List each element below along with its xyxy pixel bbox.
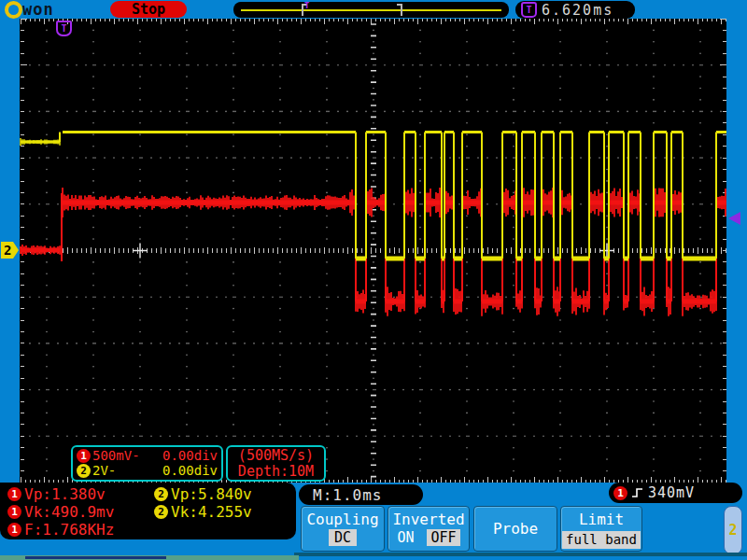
- window-bracket-left: [302, 4, 303, 16]
- ch1-badge: 1: [77, 449, 91, 463]
- limit-label: Limit: [579, 511, 624, 528]
- channel-settings-box: 1 500mV- 0.00div 2 2V- 0.00div: [71, 445, 223, 482]
- horizontal-position-indicator: T: [233, 2, 509, 18]
- bottom-edge-bar: [25, 556, 166, 559]
- ch1-settings-row: 1 500mV- 0.00div: [77, 448, 218, 463]
- ch2-badge: 2: [154, 505, 168, 519]
- probe-label: Probe: [493, 520, 538, 538]
- waveform-display: T 2: [20, 19, 726, 483]
- ch2-offset: 0.00div: [162, 463, 218, 478]
- inverted-off-option[interactable]: OFF: [427, 529, 459, 546]
- inverted-label: Inverted: [392, 511, 464, 528]
- trigger-level-arrow-icon[interactable]: [728, 212, 740, 225]
- ch1-badge: 1: [7, 487, 21, 501]
- menu-divider: [294, 553, 747, 556]
- coupling-label: Coupling: [306, 511, 378, 528]
- inverted-menu-button[interactable]: Inverted ON OFF: [388, 506, 470, 552]
- oscilloscope-screen: won Stop T T 6.620ms T 2 1 500mV- 0.00di…: [0, 0, 747, 560]
- active-channel-label: 2: [728, 522, 737, 539]
- trigger-t-icon: T: [521, 2, 537, 18]
- ch1-vp-measurement: Vp:1.380v: [24, 485, 106, 503]
- memory-depth: Depth:10M: [228, 464, 324, 480]
- probe-menu-button[interactable]: Probe: [473, 506, 557, 552]
- window-bracket-right: [401, 4, 402, 16]
- limit-value[interactable]: full band: [562, 531, 641, 549]
- timebase-readout: M:1.0ms: [299, 484, 423, 505]
- ch2-vp-measurement: Vp:5.840v: [171, 485, 252, 503]
- graticule-and-traces: [20, 19, 726, 483]
- ch2-settings-row: 2 2V- 0.00div: [77, 463, 218, 478]
- ch1-freq-measurement: F:1.768KHz: [24, 521, 114, 539]
- coupling-value[interactable]: DC: [329, 529, 357, 546]
- ch1-badge: 1: [613, 486, 627, 500]
- trigger-time-value: 6.620ms: [542, 2, 613, 19]
- trigger-marker-icon[interactable]: T: [56, 21, 72, 36]
- active-channel-button[interactable]: 2: [724, 506, 742, 554]
- run-state-indicator[interactable]: Stop: [110, 1, 187, 18]
- ch2-vk-measurement: Vk:4.255v: [171, 503, 252, 521]
- limit-menu-button[interactable]: Limit full band: [560, 506, 642, 552]
- trigger-time-readout: T 6.620ms: [515, 1, 635, 19]
- acquisition-box: (500MS/s) Depth:10M: [226, 445, 326, 482]
- ch1-volts-per-div: 500mV-: [92, 448, 140, 463]
- ch2-volts-per-div: 2V-: [92, 463, 116, 478]
- inverted-on-option[interactable]: ON: [397, 529, 414, 546]
- sample-rate: (500MS/s): [228, 448, 324, 464]
- owon-logo-text: won: [22, 1, 54, 18]
- owon-logo-ring-icon: [5, 1, 22, 19]
- header-bar: won Stop T T 6.620ms: [0, 0, 747, 19]
- ch2-badge: 2: [77, 464, 91, 478]
- ch1-badge: 1: [7, 523, 21, 537]
- trigger-level-readout: 1 340mV: [609, 483, 742, 503]
- ch2-badge: 2: [154, 487, 168, 501]
- ch1-badge: 1: [7, 505, 21, 519]
- timebase-value: M:1.0ms: [313, 486, 382, 504]
- trigger-level-value: 340mV: [648, 484, 695, 501]
- rising-edge-icon: [631, 486, 644, 499]
- ch1-offset: 0.00div: [162, 448, 218, 463]
- ch2-position-marker[interactable]: 2: [1, 242, 19, 259]
- measurements-box: 1 Vp:1.380v 2 Vp:5.840v 1 Vk:490.9mv 2 V…: [0, 483, 296, 539]
- memory-line: [241, 9, 501, 11]
- owon-logo: won: [5, 1, 54, 18]
- ch1-vk-measurement: Vk:490.9mv: [24, 503, 114, 521]
- coupling-menu-button[interactable]: Coupling DC: [301, 506, 385, 552]
- trigger-position-icon: T: [304, 2, 309, 9]
- run-state-label: Stop: [132, 1, 165, 18]
